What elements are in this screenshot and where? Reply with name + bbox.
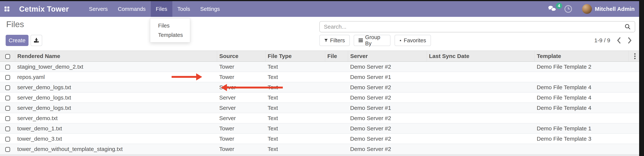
menu-item-settings[interactable]: Settings [195,1,225,17]
cell-optional [628,62,639,72]
menu-item-servers[interactable]: Servers [84,1,113,17]
column-header-server[interactable]: Server [348,51,427,62]
user-avatar[interactable] [582,4,592,14]
cell-rendered-name: tower_demo_without_template_staging.txt [15,144,217,154]
optional-columns-toggle-icon[interactable] [631,53,639,59]
column-header-file-type[interactable]: File Type [265,51,325,62]
cell-optional [628,82,639,92]
message-count-badge: 4 [556,3,562,9]
select-all-checkbox[interactable] [5,54,10,59]
cell-file-type: Text [265,82,325,92]
row-select-cell [0,82,15,92]
cell-rendered-name: repos.yaml [15,72,217,82]
cell-optional [628,144,639,154]
apps-grid-square [7,9,10,11]
table-row[interactable]: staging_tower_demo_2.txtTowerTextDemo Se… [0,62,639,72]
row-checkbox[interactable] [5,116,10,121]
cell-file-type: Text [265,92,325,103]
row-checkbox[interactable] [5,85,10,90]
search-input[interactable] [324,23,624,30]
export-button[interactable] [30,35,42,46]
column-header-rendered-name[interactable]: Rendered Name [15,51,217,62]
activities-icon[interactable] [564,5,572,13]
cell-last-sync-date [427,82,534,92]
dropdown-item-templates[interactable]: Templates [150,30,190,40]
pager-previous-button[interactable] [616,37,621,44]
cell-file-type: Text [265,123,325,134]
table-row[interactable]: server_demo_logs.txtServerTextDemo Serve… [0,103,639,113]
column-header-source[interactable]: Source [217,51,265,62]
favorites-button[interactable]: Favorites [394,35,431,46]
menu-item-files[interactable]: Files [151,1,172,17]
cell-last-sync-date [427,144,534,154]
cell-template: Demo File Template 4 [534,82,628,92]
cell-optional [628,103,639,113]
cell-rendered-name: server_demo_logs.txt [15,92,217,103]
row-checkbox[interactable] [5,126,10,131]
app-brand[interactable]: Cetmix Tower [19,5,69,13]
row-checkbox[interactable] [5,65,10,70]
table-row[interactable]: tower_demo_without_template_staging.txtT… [0,144,639,154]
pager-range[interactable]: 1-9 / 9 [594,37,610,44]
row-checkbox[interactable] [5,147,10,152]
cell-template: Demo File Template 3 [534,134,628,144]
cell-optional [628,123,639,134]
apps-grid-square [7,6,10,9]
row-checkbox[interactable] [5,106,10,111]
messages-icon[interactable]: 4 [548,5,556,12]
cell-server: Demo Server #1 [348,72,427,82]
cell-source: Tower [217,62,265,72]
cell-file-type: Text [265,103,325,113]
group-by-button[interactable]: Group By [354,35,390,46]
cell-file [325,134,348,144]
menu-item-tools[interactable]: Tools [172,1,195,17]
systray: 4 Mitchell Admin [548,4,639,14]
create-button[interactable]: Create [6,35,28,46]
dropdown-item-files[interactable]: Files [150,21,190,30]
optional-columns-header [628,51,639,62]
chat-bubbles-icon [548,5,556,12]
table-row[interactable]: server_demo_logs.txtServerTextDemo Serve… [0,82,639,92]
user-menu[interactable]: Mitchell Admin [595,6,634,12]
column-header-file[interactable]: File [325,51,348,62]
row-select-cell [0,134,15,144]
search-icon[interactable] [624,23,631,30]
apps-menu-icon[interactable] [4,6,10,11]
table-row[interactable]: server_demo.txtServerTextDemo Server #2 [0,113,639,123]
table-row[interactable]: repos.yamlTowerTextDemo Server #1 [0,72,639,82]
cell-rendered-name: tower_demo_1.txt [15,123,217,134]
filters-button[interactable]: Filters [319,35,350,46]
row-checkbox[interactable] [5,75,10,80]
cell-file-type: Text [265,134,325,144]
cell-server: Demo Server #2 [348,113,427,123]
apps-grid-square [4,9,6,11]
cell-server: Demo Server #2 [348,92,427,103]
column-header-last-sync-date[interactable]: Last Sync Date [427,51,534,62]
table-row[interactable]: server_demo_logs.txtServerTextDemo Serve… [0,92,639,103]
cell-last-sync-date [427,62,534,72]
menu-item-commands[interactable]: Commands [113,1,150,17]
files-dropdown-menu: FilesTemplates [150,18,190,42]
group-by-icon [358,38,363,43]
cell-file [325,72,348,82]
download-icon [34,38,39,43]
cell-template [534,113,628,123]
cell-server: Demo Server #2 [348,62,427,72]
row-checkbox[interactable] [5,96,10,100]
table-row[interactable]: tower_demo_3.txtTowerTextDemo Server #2D… [0,134,639,144]
list-view: Rendered NameSourceFile TypeFileServerLa… [0,51,639,156]
table-header-row: Rendered NameSourceFile TypeFileServerLa… [0,51,639,62]
apps-grid-square [4,6,6,9]
pager: 1-9 / 9 [594,35,632,46]
table-row[interactable]: tower_demo_1.txtTowerTextDemo Server #2D… [0,123,639,134]
row-checkbox[interactable] [5,137,10,142]
select-all-header [0,51,15,62]
cell-last-sync-date [427,103,534,113]
column-header-template[interactable]: Template [534,51,628,62]
cell-template: Demo File Template 4 [534,92,628,103]
row-select-cell [0,113,15,123]
cell-last-sync-date [427,72,534,82]
cell-optional [628,113,639,123]
cell-optional [628,134,639,144]
pager-next-button[interactable] [628,37,632,44]
